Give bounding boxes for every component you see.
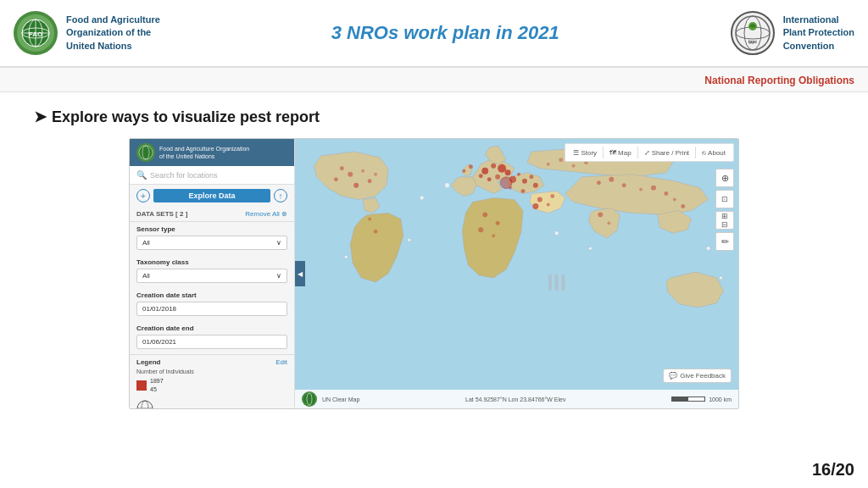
creation-start-label: Creation date start [136, 291, 287, 299]
map-left-panel: Food and Agriculture Organization of the… [130, 139, 295, 408]
svg-point-43 [348, 172, 353, 177]
map-scale: 1000 km [671, 396, 732, 402]
legend-edit-button[interactable]: Edit [275, 358, 287, 366]
panel-toggle[interactable]: ◀ [295, 261, 305, 286]
about-icon: ⎋ [702, 149, 706, 157]
svg-point-26 [522, 179, 527, 184]
map-toolbar: ☰ Story 🗺 Map ⤢ Share / Print ⎋ About [565, 143, 734, 162]
svg-point-6 [736, 16, 770, 50]
total-slides: 20 [836, 460, 854, 479]
creation-end-label: Creation date end [136, 324, 287, 332]
svg-point-45 [334, 177, 338, 181]
svg-point-65 [374, 230, 378, 234]
footer-fao-logo [302, 391, 317, 407]
svg-point-39 [496, 221, 500, 225]
svg-point-48 [374, 173, 377, 176]
feedback-text: Give Feedback [680, 372, 726, 380]
map-icon: 🗺 [609, 149, 616, 157]
svg-point-61 [572, 164, 576, 168]
refresh-button[interactable]: ↑ [274, 189, 287, 202]
svg-point-36 [532, 203, 538, 209]
svg-point-51 [622, 183, 626, 187]
panel-bottom-logos [130, 397, 294, 408]
legend-header: Legend Edit [136, 358, 287, 366]
taxonomy-section: Taxonomy class All ∨ [130, 255, 294, 288]
give-feedback-button[interactable]: 💬 Give Feedback [663, 369, 732, 383]
svg-point-47 [368, 179, 372, 183]
zoom-controls[interactable]: ⊞⊟ [715, 211, 734, 230]
ippc-org-name: International Plant Protection Conventio… [783, 14, 854, 53]
legend-label: Legend [136, 358, 160, 366]
ippc-branding: ippc International Plant Protection Conv… [731, 11, 854, 55]
nro-label: National Reporting Obligations [704, 75, 854, 86]
toolbar-divider-2 [637, 147, 638, 158]
panel-search-bar[interactable]: 🔍 Search for locations [130, 166, 294, 185]
svg-point-71 [706, 247, 710, 251]
svg-point-7 [744, 16, 761, 50]
arrow-icon: ➤ [34, 108, 47, 126]
section-heading: ➤ Explore ways to visualize pest report [34, 108, 834, 126]
creation-start-field[interactable]: 01/01/2018 [136, 302, 287, 316]
svg-text:FAO: FAO [29, 30, 42, 38]
svg-point-49 [597, 180, 601, 185]
svg-point-53 [651, 186, 656, 191]
svg-point-56 [681, 204, 685, 208]
panel-fao-logo [136, 143, 155, 162]
svg-point-69 [554, 231, 559, 236]
svg-point-38 [482, 212, 487, 217]
svg-point-17 [481, 168, 488, 175]
map-coordinates: Lat 54.92587°N Lon 23.84766°W Elev [465, 396, 565, 402]
remove-all-button[interactable]: Remove All ⊗ [245, 210, 287, 218]
svg-point-46 [353, 183, 359, 188]
taxonomy-dropdown[interactable]: All ∨ [136, 269, 287, 283]
creation-end-section: Creation date end 01/06/2021 [130, 321, 294, 354]
search-placeholder: Search for locations [150, 171, 287, 180]
svg-point-29 [469, 164, 473, 169]
svg-point-66 [368, 217, 371, 220]
edit-button[interactable]: ✏ [715, 232, 734, 251]
feedback-icon: 💬 [669, 372, 677, 380]
search-icon: 🔍 [136, 170, 147, 180]
svg-point-21 [487, 177, 492, 181]
map-container: Food and Agriculture Organization of the… [129, 138, 739, 409]
svg-point-35 [550, 194, 554, 198]
panel-globe-icon [136, 400, 153, 408]
explore-data-button[interactable]: Explore Data [153, 189, 270, 202]
map-side-controls: ⊕ ⊡ ⊞⊟ ✏ [715, 169, 734, 251]
fao-org-name: Food and Agriculture Organization of the… [66, 14, 160, 53]
svg-point-60 [559, 158, 563, 162]
story-button[interactable]: ☰ Story [570, 147, 600, 158]
sensor-type-label: Sensor type [136, 225, 287, 233]
svg-point-72 [719, 276, 722, 280]
creation-end-field[interactable]: 01/06/2021 [136, 335, 287, 349]
legend-bar: 1897 45 [136, 377, 287, 394]
toolbar-divider-3 [695, 147, 696, 158]
share-print-button[interactable]: ⤢ Share / Print [641, 147, 693, 158]
svg-point-58 [607, 221, 610, 225]
svg-point-52 [639, 188, 643, 191]
svg-point-24 [517, 173, 520, 176]
svg-text:III: III [547, 269, 566, 296]
svg-point-68 [420, 196, 424, 200]
svg-point-22 [505, 169, 511, 175]
svg-point-34 [537, 197, 542, 202]
map-display[interactable]: III ☰ Story 🗺 Map ⤢ Share / Print [295, 139, 738, 408]
svg-point-31 [520, 189, 525, 193]
add-data-button[interactable]: + [136, 189, 150, 202]
zoom-box-button[interactable]: ⊡ [715, 190, 734, 208]
sensor-type-section: Sensor type All ∨ [130, 222, 294, 255]
svg-point-33 [500, 177, 512, 189]
slide-counter: 16/20 [812, 460, 854, 480]
sensor-type-dropdown[interactable]: All ∨ [136, 236, 287, 250]
zoom-target-button[interactable]: ⊕ [715, 169, 734, 187]
map-view-button[interactable]: 🗺 Map [606, 147, 635, 158]
datasets-label: DATA SETS [ 2 ] [136, 210, 187, 218]
creation-start-section: Creation date start 01/01/2018 [130, 288, 294, 321]
panel-explore-row: + Explore Data ↑ [130, 185, 294, 207]
fao-branding: FAO Food and Agriculture Organization of… [14, 11, 160, 55]
about-button[interactable]: ⎋ About [698, 147, 729, 158]
toolbar-divider-1 [603, 147, 604, 158]
svg-point-27 [529, 175, 533, 179]
svg-point-14 [142, 401, 148, 408]
legend-color [136, 380, 147, 391]
